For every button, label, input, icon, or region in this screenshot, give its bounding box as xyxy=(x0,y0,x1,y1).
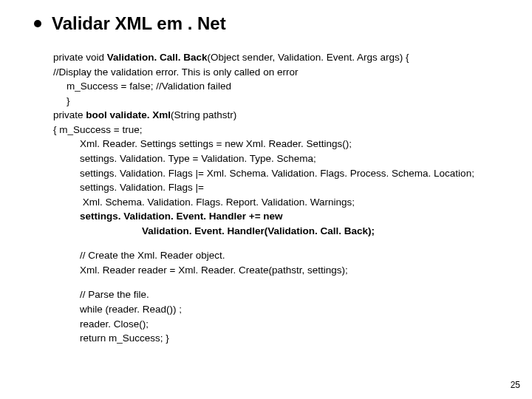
code-block-3: // Parse the file. while (reader. Read()… xyxy=(53,287,498,345)
title-row: Validar XML em . Net xyxy=(34,13,498,34)
code-line: private void Validation. Call. Back(Obje… xyxy=(53,50,498,65)
code-line: settings. Validation. Event. Handler += … xyxy=(53,209,498,224)
code-line: // Parse the file. xyxy=(53,287,498,302)
code-line: Validation. Event. Handler(Validation. C… xyxy=(53,224,498,239)
code-line: reader. Close(); xyxy=(53,317,498,332)
page-title: Validar XML em . Net xyxy=(52,13,226,34)
code-line: settings. Validation. Flags |= xyxy=(53,180,498,195)
code-line: // Create the Xml. Reader object. xyxy=(53,248,498,263)
code-line: //Display the validation error. This is … xyxy=(53,65,498,80)
code-line: private bool validate. Xml(String pathst… xyxy=(53,108,498,123)
code-line: } xyxy=(53,94,498,109)
code-line: while (reader. Read()) ; xyxy=(53,302,498,317)
code-line: Xml. Reader reader = Xml. Reader. Create… xyxy=(53,263,498,278)
page-number: 25 xyxy=(511,380,520,390)
code-line: return m_Success; } xyxy=(53,331,498,346)
code-line: Xml. Reader. Settings settings = new Xml… xyxy=(53,137,498,151)
code-block-1: private void Validation. Call. Back(Obje… xyxy=(53,50,498,238)
bullet-icon xyxy=(34,20,41,27)
code-line: settings. Validation. Type = Validation.… xyxy=(53,151,498,166)
code-line: { m_Success = true; xyxy=(53,123,498,137)
code-block-2: // Create the Xml. Reader object. Xml. R… xyxy=(53,248,498,277)
code-line: m_Success = false; //Validation failed xyxy=(53,79,498,94)
code-line: settings. Validation. Flags |= Xml. Sche… xyxy=(53,166,498,181)
code-line: Xml. Schema. Validation. Flags. Report. … xyxy=(53,195,498,210)
